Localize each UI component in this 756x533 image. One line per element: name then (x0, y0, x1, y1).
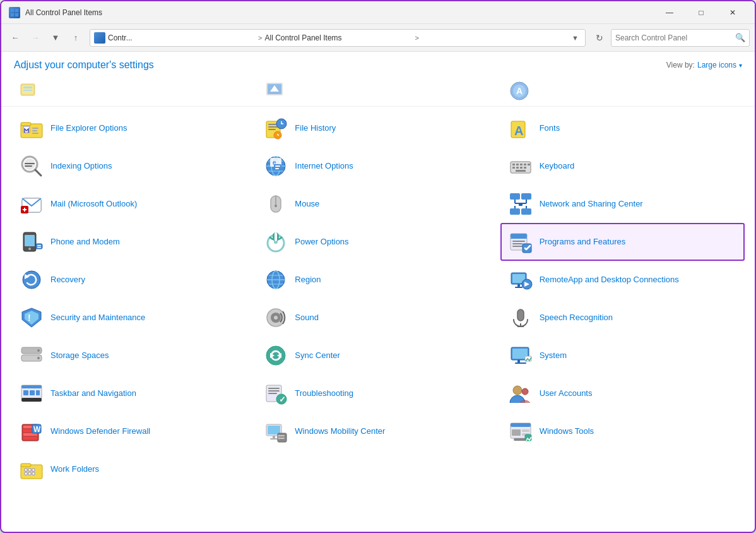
panel-item-user-accounts[interactable]: User Accounts (500, 374, 745, 412)
item-label-windows-tools: Windows Tools (540, 426, 594, 437)
minimize-button[interactable]: — (655, 3, 684, 23)
svg-rect-49 (524, 164, 526, 165)
svg-rect-126 (21, 398, 42, 402)
back-button[interactable]: ← (6, 29, 24, 47)
partial-item-1 (11, 76, 256, 106)
panel-item-windows-mobility[interactable]: Windows Mobility Center (256, 412, 500, 450)
svg-rect-121 (517, 360, 520, 362)
panel-item-speech-recognition[interactable]: Speech Recognition (500, 299, 745, 337)
item-label-windows-mobility: Windows Mobility Center (295, 426, 385, 437)
panel-item-keyboard[interactable]: Keyboard (500, 147, 745, 185)
panel-item-mail[interactable]: Mail (Microsoft Outlook) (11, 185, 256, 223)
item-label-programs-features: Programs and Features (540, 237, 626, 248)
item-icon-remoteapp (508, 267, 533, 292)
panel-item-programs-features[interactable]: Programs and Features (500, 223, 745, 261)
view-by-control: View by: Large icons ▾ (666, 61, 742, 69)
item-label-windows-defender: Windows Defender Firewall (50, 426, 150, 437)
svg-rect-33 (25, 165, 32, 167)
panel-item-mouse[interactable]: Mouse (256, 185, 500, 223)
item-icon-windows-mobility (263, 419, 288, 444)
svg-rect-129 (36, 390, 40, 395)
item-icon-programs-features (508, 229, 533, 255)
item-icon-sound (263, 305, 288, 330)
panel-item-region[interactable]: Region (256, 261, 500, 299)
nav-bar: ← → ▼ ↑ Contr... > All Control Panel Ite… (1, 24, 755, 52)
svg-rect-46 (512, 164, 515, 165)
svg-rect-19 (32, 133, 38, 134)
svg-rect-155 (511, 423, 531, 427)
panel-item-sound[interactable]: Sound (256, 299, 500, 337)
svg-text:W: W (33, 425, 41, 434)
item-icon-region (263, 267, 288, 292)
item-label-keyboard: Keyboard (540, 161, 575, 172)
svg-rect-65 (521, 193, 531, 200)
svg-rect-131 (268, 388, 280, 389)
svg-point-116 (266, 346, 285, 365)
panel-item-security-maintenance[interactable]: ! Security and Maintenance (11, 299, 256, 337)
forward-button[interactable]: → (27, 29, 44, 47)
address-bar[interactable]: Contr... > All Control Panel Items > ▼ (90, 29, 586, 47)
item-icon-file-history (263, 116, 288, 141)
panel-item-file-history[interactable]: File History (256, 109, 500, 147)
refresh-button[interactable]: ↻ (591, 29, 608, 47)
panel-item-storage-spaces[interactable]: Storage Spaces (11, 337, 256, 374)
panel-item-fonts[interactable]: A Fonts (500, 109, 745, 147)
svg-rect-55 (516, 170, 526, 172)
item-icon-internet-options: e (263, 153, 288, 179)
search-input[interactable] (615, 33, 735, 42)
panel-item-troubleshooting[interactable]: ✓ Troubleshooting (256, 374, 500, 412)
svg-rect-44 (275, 168, 279, 169)
svg-rect-48 (520, 164, 523, 165)
item-label-phone-modem: Phone and Modem (50, 237, 120, 248)
item-label-file-history: File History (295, 123, 336, 134)
up-button[interactable]: ↑ (67, 29, 85, 47)
panel-item-windows-tools[interactable]: Windows Tools (500, 412, 745, 450)
item-label-work-folders: Work Folders (50, 464, 99, 475)
address-icon (94, 32, 105, 44)
svg-rect-127 (23, 390, 28, 395)
svg-rect-3 (15, 13, 18, 16)
item-label-storage-spaces: Storage Spaces (50, 350, 109, 361)
panel-item-taskbar-navigation[interactable]: Taskbar and Navigation (11, 374, 256, 412)
svg-rect-1 (15, 9, 18, 12)
panel-item-network-sharing[interactable]: Network and Sharing Center (500, 185, 745, 223)
svg-point-136 (513, 386, 522, 395)
panel-item-indexing-options[interactable]: Indexing Options (11, 147, 256, 185)
panel-item-remoteapp[interactable]: RemoteApp and Desktop Connections (500, 261, 745, 299)
panel-item-recovery[interactable]: Recovery (11, 261, 256, 299)
maximize-button[interactable]: □ (687, 3, 716, 23)
panel-item-file-explorer-options[interactable]: File Explorer Options (11, 109, 256, 147)
item-icon-indexing-options (19, 153, 44, 179)
view-by-value[interactable]: Large icons (697, 61, 736, 69)
panel-item-power-options[interactable]: Power Options (256, 223, 500, 261)
main-window: All Control Panel Items — □ ✕ ← → ▼ ↑ Co… (0, 0, 756, 533)
item-icon-troubleshooting: ✓ (263, 381, 288, 406)
svg-rect-162 (21, 464, 31, 467)
item-label-system: System (540, 350, 567, 361)
app-icon (9, 7, 20, 18)
item-label-security-maintenance: Security and Maintenance (50, 313, 145, 323)
dropdown-button[interactable]: ▼ (47, 29, 64, 47)
panel-item-windows-defender[interactable]: W Windows Defender Firewall (11, 412, 256, 450)
svg-rect-151 (280, 438, 285, 439)
item-icon-windows-defender: W (19, 419, 44, 444)
title-bar: All Control Panel Items — □ ✕ (1, 1, 755, 24)
svg-rect-75 (25, 235, 35, 246)
item-icon-windows-tools (508, 419, 533, 444)
address-path2: All Control Panel Items (265, 33, 413, 42)
svg-rect-148 (270, 438, 278, 440)
item-label-sound: Sound (295, 313, 319, 323)
close-button[interactable]: ✕ (718, 3, 747, 23)
panel-item-phone-modem[interactable]: Phone and Modem (11, 223, 256, 261)
panel-item-internet-options[interactable]: e Internet Options (256, 147, 500, 185)
partial-icon-3: A (507, 78, 532, 104)
view-by-chevron-icon[interactable]: ▾ (739, 62, 742, 69)
panel-item-system[interactable]: System (500, 337, 745, 374)
svg-rect-133 (268, 393, 277, 394)
item-icon-fonts: A (508, 116, 533, 141)
svg-point-91 (23, 271, 40, 289)
svg-rect-109 (517, 309, 524, 321)
panel-item-sync-center[interactable]: Sync Center (256, 337, 500, 374)
item-icon-work-folders (19, 457, 44, 482)
panel-item-work-folders[interactable]: Work Folders (11, 450, 256, 488)
